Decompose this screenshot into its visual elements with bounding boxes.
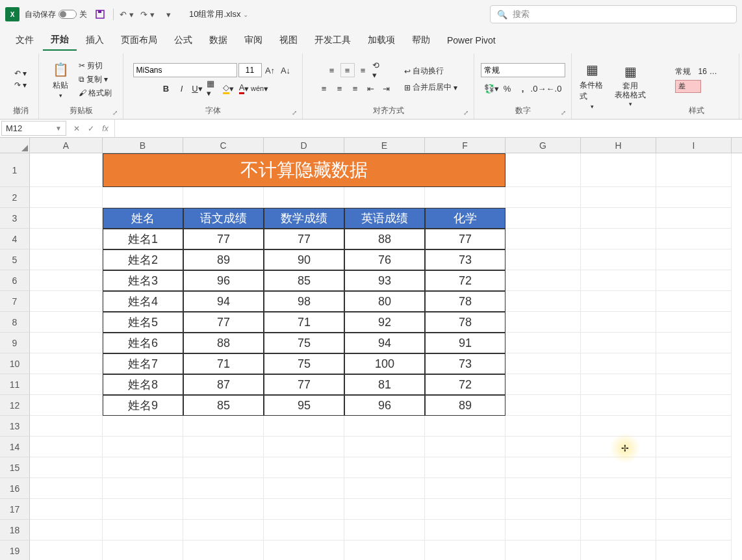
column-header-C[interactable]: C [183, 138, 264, 153]
cell-H2[interactable] [581, 187, 656, 208]
cell-A6[interactable] [30, 270, 103, 291]
cell-I13[interactable] [656, 416, 732, 437]
cell-I18[interactable] [656, 520, 732, 541]
cell-G18[interactable] [505, 520, 581, 541]
cell-A17[interactable] [30, 499, 103, 520]
cell-I2[interactable] [656, 187, 732, 208]
cell-A1[interactable] [30, 153, 103, 187]
cell-G16[interactable] [505, 478, 581, 499]
italic-button[interactable]: I [175, 81, 189, 95]
cut-button[interactable]: ✂剪切 [76, 60, 105, 72]
percent-button[interactable]: % [500, 81, 515, 95]
cell-C18[interactable] [183, 520, 264, 541]
cell-C10[interactable]: 71 [183, 353, 264, 374]
cell-C17[interactable] [183, 499, 264, 520]
cell-H18[interactable] [581, 520, 656, 541]
cell-B6[interactable]: 姓名3 [103, 270, 183, 291]
cell-G2[interactable] [505, 187, 581, 208]
row-header-16[interactable]: 16 [0, 478, 30, 499]
cell-F15[interactable] [425, 457, 505, 478]
cell-I16[interactable] [656, 478, 732, 499]
cell-I14[interactable] [656, 437, 732, 457]
paste-button[interactable]: 📋 粘贴▾ [47, 59, 73, 100]
cell-G12[interactable] [505, 395, 581, 416]
cell-G6[interactable] [505, 270, 581, 291]
cell-H10[interactable] [581, 353, 656, 374]
increase-decimal-button[interactable]: .0→ [531, 81, 546, 95]
decrease-font-button[interactable]: A↓ [279, 63, 293, 77]
cell-C3[interactable]: 语文成绩 [183, 208, 264, 229]
cell-A7[interactable] [30, 291, 103, 312]
increase-font-button[interactable]: A↑ [263, 63, 277, 77]
tab-review[interactable]: 审阅 [237, 31, 270, 50]
cell-F3[interactable]: 化学 [425, 208, 505, 229]
tab-data[interactable]: 数据 [201, 31, 235, 50]
row-header-18[interactable]: 18 [0, 520, 30, 541]
cell-B13[interactable] [103, 416, 183, 437]
cell-I12[interactable] [656, 395, 732, 416]
fill-color-button[interactable]: ◇ ▾ [222, 81, 236, 95]
copy-button[interactable]: ⧉复制 ▾ [76, 73, 110, 86]
cell-D13[interactable] [264, 416, 344, 437]
spreadsheet-grid[interactable]: ABCDEFGHI 12345678910111213141516171819 … [0, 138, 742, 560]
cell-F17[interactable] [425, 499, 505, 520]
cell-E4[interactable]: 88 [344, 229, 425, 249]
cell-E17[interactable] [344, 499, 425, 520]
cell-A3[interactable] [30, 208, 103, 229]
tab-help[interactable]: 帮助 [404, 31, 438, 50]
cell-H3[interactable] [581, 208, 656, 229]
cell-C14[interactable] [183, 437, 264, 457]
cell-G15[interactable] [505, 457, 581, 478]
cell-E16[interactable] [344, 478, 425, 499]
cell-E3[interactable]: 英语成绩 [344, 208, 425, 229]
cell-F18[interactable] [425, 520, 505, 541]
cell-F16[interactable] [425, 478, 505, 499]
cell-B10[interactable]: 姓名7 [103, 353, 183, 374]
row-header-4[interactable]: 4 [0, 229, 30, 249]
cell-D18[interactable] [264, 520, 344, 541]
font-name-select[interactable] [133, 63, 237, 77]
save-button[interactable] [92, 6, 108, 22]
cell-F14[interactable] [425, 437, 505, 457]
cell-C16[interactable] [183, 478, 264, 499]
cell-C6[interactable]: 96 [183, 270, 264, 291]
column-header-G[interactable]: G [505, 138, 581, 153]
cell-B9[interactable]: 姓名6 [103, 333, 183, 353]
cell-E18[interactable] [344, 520, 425, 541]
search-input[interactable]: 🔍 搜索 [490, 5, 737, 23]
cell-G14[interactable] [505, 437, 581, 457]
filename[interactable]: 10组常用.xlsx ⌄ [189, 8, 248, 20]
cell-A8[interactable] [30, 312, 103, 333]
cell-B5[interactable]: 姓名2 [103, 249, 183, 270]
number-launcher[interactable]: ⤢ [561, 109, 566, 116]
row-header-12[interactable]: 12 [0, 395, 30, 416]
cell-I9[interactable] [656, 333, 732, 353]
cell-G13[interactable] [505, 416, 581, 437]
cell-I8[interactable] [656, 312, 732, 333]
cell-B2[interactable] [103, 187, 183, 208]
cell-E19[interactable] [344, 541, 425, 560]
cell-I1[interactable] [656, 153, 732, 187]
column-header-H[interactable]: H [581, 138, 656, 153]
cell-I11[interactable] [656, 374, 732, 395]
border-button[interactable]: ▦ ▾ [206, 81, 220, 95]
align-right-button[interactable]: ≡ [348, 81, 363, 95]
tab-file[interactable]: 文件 [8, 31, 42, 50]
name-box[interactable]: M12 ▼ [1, 121, 66, 136]
cell-E12[interactable]: 96 [344, 395, 425, 416]
cell-D11[interactable]: 77 [264, 374, 344, 395]
cell-A9[interactable] [30, 333, 103, 353]
font-color-button[interactable]: A ▾ [237, 81, 251, 95]
cell-C4[interactable]: 77 [183, 229, 264, 249]
row-header-13[interactable]: 13 [0, 416, 30, 437]
increase-indent-button[interactable]: ⇥ [379, 81, 394, 95]
cell-F2[interactable] [425, 187, 505, 208]
cell-D19[interactable] [264, 541, 344, 560]
cell-G17[interactable] [505, 499, 581, 520]
underline-button[interactable]: U ▾ [190, 81, 205, 95]
cell-B14[interactable] [103, 437, 183, 457]
row-header-7[interactable]: 7 [0, 291, 30, 312]
cell-B7[interactable]: 姓名4 [103, 291, 183, 312]
currency-button[interactable]: 💱▾ [485, 81, 499, 95]
cell-I17[interactable] [656, 499, 732, 520]
